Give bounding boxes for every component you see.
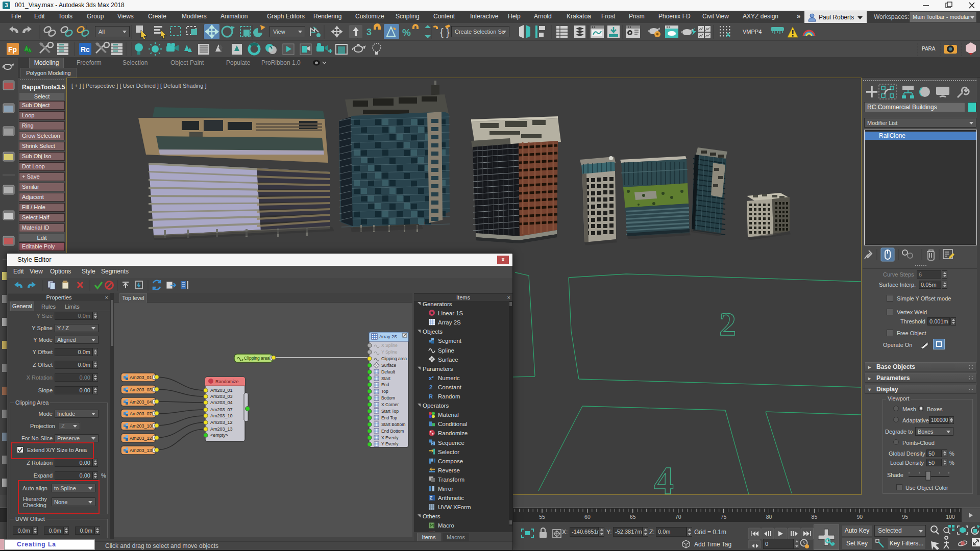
svg-text:Y Evenly: Y Evenly <box>381 441 399 446</box>
svg-text:Compose: Compose <box>438 458 463 464</box>
svg-text:85: 85 <box>812 514 818 520</box>
svg-text:2: 2 <box>719 305 736 342</box>
svg-text:Am203_12: Am203_12 <box>210 420 233 425</box>
svg-text:Segment: Segment <box>438 338 462 344</box>
svg-text:Numeric: Numeric <box>438 375 460 381</box>
svg-text:55: 55 <box>539 514 545 520</box>
svg-text:Array 2S: Array 2S <box>438 319 461 325</box>
svg-text:X Corner: X Corner <box>381 402 399 407</box>
svg-text:Am203_01: Am203_01 <box>130 375 152 380</box>
svg-text:<empty>: <empty> <box>210 433 228 438</box>
svg-text:Fp: Fp <box>8 45 17 54</box>
svg-text:70: 70 <box>675 514 681 520</box>
svg-text:Others: Others <box>423 513 440 519</box>
svg-text:100: 100 <box>946 514 955 520</box>
svg-text:Selector: Selector <box>438 449 459 455</box>
svg-text:Linear 1S: Linear 1S <box>438 310 463 316</box>
svg-text:Randomize: Randomize <box>438 430 468 436</box>
svg-text:Arithmetic: Arithmetic <box>438 495 464 501</box>
svg-text:Operators: Operators <box>423 403 449 409</box>
svg-text:95: 95 <box>902 514 908 520</box>
svg-text:R: R <box>429 393 433 399</box>
svg-text:Am203_10: Am203_10 <box>210 413 233 418</box>
svg-text:{ }: { } <box>440 27 450 38</box>
svg-text:Am203_07: Am203_07 <box>130 411 152 416</box>
svg-text:Am203_13: Am203_13 <box>130 448 152 453</box>
svg-text:Am203_10: Am203_10 <box>130 423 152 429</box>
svg-text:Am203_01: Am203_01 <box>210 388 233 393</box>
svg-text:Rc: Rc <box>81 45 90 54</box>
svg-text:Array 2S: Array 2S <box>379 334 397 339</box>
svg-text:Am203_07: Am203_07 <box>210 407 233 412</box>
svg-text:UVW XForm: UVW XForm <box>438 504 471 510</box>
svg-text:Am203_13: Am203_13 <box>210 427 233 432</box>
svg-text:X Evenly: X Evenly <box>381 435 399 440</box>
svg-text:Am203_03: Am203_03 <box>130 387 152 392</box>
svg-text:Surface: Surface <box>381 363 397 368</box>
svg-text:End Top: End Top <box>381 415 397 420</box>
svg-text:Mirror: Mirror <box>438 486 453 492</box>
svg-text:Sequence: Sequence <box>438 440 464 446</box>
svg-text:x²: x² <box>429 375 434 381</box>
svg-text:Clipping area: Clipping area <box>381 356 407 361</box>
svg-text:Constant: Constant <box>438 384 462 390</box>
svg-text:3: 3 <box>366 27 372 37</box>
svg-text:Default: Default <box>381 369 396 374</box>
svg-text:Generators: Generators <box>423 301 452 307</box>
svg-text:Spline: Spline <box>438 347 454 354</box>
svg-text:Random: Random <box>438 393 460 399</box>
svg-text:X Spline: X Spline <box>381 343 398 348</box>
svg-text:End Bottom: End Bottom <box>381 429 404 434</box>
svg-text:Clipping area: Clipping area <box>244 356 270 361</box>
svg-text:Reverse: Reverse <box>438 467 460 473</box>
svg-text:90: 90 <box>856 514 863 520</box>
svg-text:Material: Material <box>438 412 459 418</box>
svg-text:Randomize: Randomize <box>215 379 239 384</box>
svg-text:End: End <box>381 382 389 387</box>
svg-text:PARA: PARA <box>922 46 936 52</box>
svg-text:Start: Start <box>381 376 391 381</box>
svg-text:Macro: Macro <box>438 522 454 529</box>
svg-text:Surface: Surface <box>438 357 458 363</box>
svg-text:Conditional: Conditional <box>438 421 468 427</box>
svg-text:2: 2 <box>429 384 432 390</box>
svg-text:4: 4 <box>654 458 674 494</box>
svg-text:Am203_12: Am203_12 <box>130 436 152 441</box>
svg-text:2: 2 <box>432 442 434 445</box>
svg-text:Transform: Transform <box>438 477 464 483</box>
svg-text:Σ: Σ <box>430 495 433 500</box>
svg-text:65: 65 <box>630 514 636 520</box>
svg-text:Am203_03: Am203_03 <box>210 394 233 399</box>
svg-text:Objects: Objects <box>423 329 443 335</box>
svg-text:75: 75 <box>721 514 727 520</box>
svg-text:80: 80 <box>766 514 772 520</box>
svg-text:60: 60 <box>584 514 591 520</box>
svg-text:Am203_04: Am203_04 <box>210 400 233 405</box>
svg-text:Parameters: Parameters <box>423 366 453 372</box>
svg-text:%: % <box>402 27 411 38</box>
svg-text:Start Bottom: Start Bottom <box>381 422 405 427</box>
svg-text:Start Top: Start Top <box>381 409 399 414</box>
svg-text:Bottom: Bottom <box>381 395 395 400</box>
svg-text:Y Spline: Y Spline <box>381 349 398 355</box>
svg-text:Am203_04: Am203_04 <box>130 399 152 405</box>
svg-text:Top: Top <box>381 389 388 394</box>
svg-text:A: A <box>726 32 730 39</box>
